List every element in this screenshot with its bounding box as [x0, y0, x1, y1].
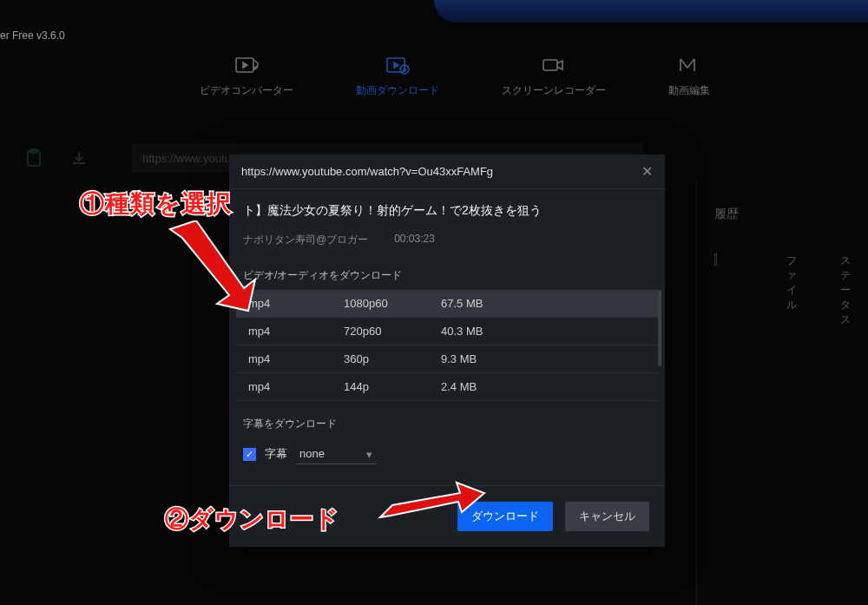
format: mp4: [248, 380, 344, 393]
modal-url: https://www.youtube.com/watch?v=Ou43xxFA…: [241, 165, 493, 178]
subtitle-section-label: 字幕をダウンロード: [229, 401, 665, 438]
download-options-list: mp4 1080p60 67.5 MB mp4 720p60 40.3 MB m…: [229, 290, 665, 401]
svg-marker-6: [170, 220, 255, 311]
video-duration: 00:03:23: [394, 233, 435, 247]
close-icon[interactable]: ✕: [641, 163, 653, 180]
video-author: ナポリタン寿司@ブロガー: [243, 233, 368, 247]
resolution: 360p: [344, 352, 441, 365]
format: mp4: [248, 297, 344, 310]
svg-marker-7: [380, 483, 484, 517]
download-option[interactable]: mp4 1080p60 67.5 MB: [236, 290, 658, 318]
resolution: 1080p60: [344, 297, 441, 310]
subtitle-select[interactable]: none: [296, 444, 377, 464]
video-title: ト】魔法少女の夏祭り！射的ゲーム！で2枚抜きを狙う: [243, 203, 651, 219]
format: mp4: [248, 352, 344, 365]
filesize: 9.3 MB: [441, 352, 646, 365]
annotation-arrow-1: [161, 220, 257, 316]
cancel-button[interactable]: キャンセル: [565, 502, 649, 531]
subtitle-label: 字幕: [265, 446, 287, 462]
download-section-label: ビデオ/オーディオをダウンロード: [229, 253, 665, 290]
format: mp4: [248, 325, 344, 338]
annotation-arrow-2: [375, 481, 488, 533]
download-option[interactable]: mp4 144p 2.4 MB: [236, 373, 658, 401]
filesize: 67.5 MB: [441, 297, 646, 310]
resolution: 720p60: [344, 325, 441, 338]
scrollbar-thumb[interactable]: [658, 290, 661, 366]
filesize: 40.3 MB: [441, 325, 646, 338]
download-option[interactable]: mp4 720p60 40.3 MB: [236, 318, 658, 345]
chevron-down-icon: ▾: [366, 448, 372, 461]
resolution: 144p: [344, 380, 441, 393]
download-option[interactable]: mp4 360p 9.3 MB: [236, 345, 658, 373]
subtitle-checkbox[interactable]: ✓: [243, 448, 256, 461]
filesize: 2.4 MB: [441, 380, 646, 393]
